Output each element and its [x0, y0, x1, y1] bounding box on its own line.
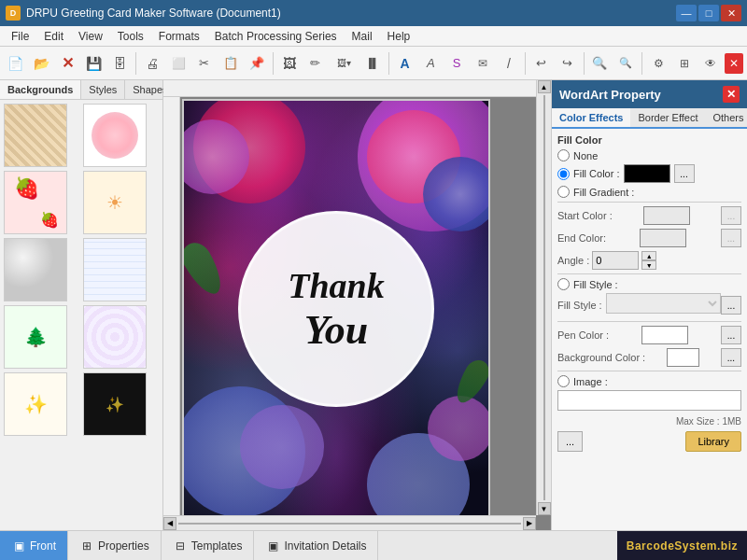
radio-fill-color[interactable] [557, 168, 570, 180]
toolbar-new[interactable]: 📄 [4, 50, 28, 77]
toolbar-print[interactable]: 🖨 [140, 50, 164, 77]
image-path-input[interactable] [557, 390, 741, 411]
toolbar-settings[interactable]: ⚙ [646, 50, 670, 77]
toolbar-copy[interactable]: 📋 [218, 50, 243, 77]
toolbar-line[interactable]: / [497, 50, 521, 77]
templates-icon: ⊟ [173, 539, 188, 553]
toolbar-save-as[interactable]: 🗄 [108, 50, 133, 77]
thumb-8[interactable] [83, 305, 147, 369]
tab-border-effect[interactable]: Border Effect [630, 108, 705, 127]
fill-style-browse-btn[interactable]: ... [721, 296, 741, 315]
canvas-scrollbar-horizontal[interactable]: ◀ ▶ [163, 515, 536, 530]
toolbar-redo[interactable]: ↪ [556, 50, 580, 77]
status-front[interactable]: ▣ Front [0, 531, 68, 560]
toolbar: 📄 📂 ✕ 💾 🗄 🖨 ⬜ ✂ 📋 📌 🖼 ✏ 🖼▾ ▐▌ A A S ✉ / … [0, 47, 747, 80]
tab-color-effects[interactable]: Color Effects [552, 108, 630, 129]
fill-style-select[interactable] [606, 293, 721, 314]
maximize-button[interactable]: □ [698, 5, 719, 21]
toolbar-arrow-drop[interactable]: 🖼▾ [329, 50, 358, 77]
panel-close-button[interactable]: ✕ [723, 86, 740, 103]
toolbar-wordart[interactable]: S [444, 50, 469, 77]
toolbar-zoom-in[interactable]: 🔍 [587, 50, 612, 77]
radio-fill-gradient-label: Fill Gradient : [573, 187, 634, 198]
toolbar-open[interactable]: 📂 [30, 50, 54, 77]
thumb-10[interactable]: ✨ [83, 372, 147, 436]
status-properties[interactable]: ⊞ Properties [68, 531, 162, 560]
title-bar: D DRPU Greeting Card Maker Software (Doc… [0, 0, 747, 26]
thumb-9[interactable]: ✨ [4, 372, 67, 436]
spin-down[interactable]: ▼ [641, 260, 656, 270]
toolbar-color[interactable]: ✕ [725, 53, 743, 74]
library-button[interactable]: Library [685, 431, 741, 452]
canvas-scrollbar-vertical[interactable]: ▲ ▼ [536, 80, 551, 515]
panel-header: WordArt Property ✕ [552, 80, 747, 108]
card-canvas[interactable]: Thank You [182, 99, 490, 519]
radio-fill-style[interactable] [557, 278, 570, 290]
panel-title: WordArt Property [559, 88, 661, 102]
thumb-2[interactable] [83, 104, 147, 167]
menu-batch[interactable]: Batch Processing Series [207, 28, 345, 45]
menu-edit[interactable]: Edit [36, 28, 71, 45]
pen-color-swatch[interactable] [641, 326, 688, 344]
toolbar-zoom-out[interactable]: 🔍 [613, 50, 638, 77]
end-color-browse-btn[interactable]: ... [721, 229, 741, 247]
status-templates[interactable]: ⊟ Templates [162, 531, 255, 560]
thumbnails-scroll[interactable]: 🍓 🍓 ☀ 🌲 [0, 100, 162, 530]
toolbar-text2[interactable]: A [418, 50, 443, 77]
fill-color-section-label: Fill Color [557, 134, 741, 146]
radio-image[interactable] [557, 375, 570, 387]
toolbar-paste[interactable]: 📌 [245, 50, 269, 77]
scroll-down-arrow[interactable]: ▼ [538, 502, 551, 515]
toolbar-envelope[interactable]: ✉ [471, 50, 495, 77]
scroll-up-arrow[interactable]: ▲ [538, 80, 551, 93]
toolbar-grid[interactable]: ⊞ [672, 50, 697, 77]
tab-backgrounds[interactable]: Backgrounds [0, 80, 81, 99]
image-browse-button[interactable]: ... [557, 431, 583, 452]
ruler-vertical [163, 97, 180, 515]
radio-fill-gradient[interactable] [557, 186, 570, 198]
scroll-left-arrow[interactable]: ◀ [163, 517, 176, 530]
menu-mail[interactable]: Mail [345, 28, 380, 45]
status-bar: ▣ Front ⊞ Properties ⊟ Templates ▣ Invit… [0, 530, 747, 560]
toolbar-image[interactable]: 🖼 [277, 50, 302, 77]
toolbar-save[interactable]: 💾 [82, 50, 106, 77]
angle-input[interactable] [592, 251, 639, 270]
radio-none[interactable] [557, 149, 570, 161]
fill-color-browse-btn[interactable]: ... [674, 164, 695, 183]
toolbar-text[interactable]: A [393, 50, 417, 77]
menu-tools[interactable]: Tools [110, 28, 151, 45]
tab-others[interactable]: Others [705, 108, 747, 127]
toolbar-cut[interactable]: ✂ [192, 50, 217, 77]
toolbar-close[interactable]: ✕ [56, 50, 80, 77]
scroll-right-arrow[interactable]: ▶ [523, 517, 536, 530]
scroll-thumb-v[interactable] [543, 95, 545, 500]
toolbar-print2[interactable]: ⬜ [166, 50, 190, 77]
radio-image-label: Image : [573, 376, 608, 387]
close-button[interactable]: ✕ [721, 5, 741, 21]
status-invitation[interactable]: ▣ Invitation Details [254, 531, 378, 560]
menu-file[interactable]: File [4, 28, 36, 45]
start-color-browse-btn[interactable]: ... [721, 206, 741, 225]
bg-color-swatch[interactable] [667, 348, 699, 367]
spin-up[interactable]: ▲ [641, 251, 656, 260]
thumb-6[interactable] [83, 238, 147, 301]
tab-styles[interactable]: Styles [81, 80, 125, 99]
thumb-1[interactable] [4, 104, 67, 167]
toolbar-barcode[interactable]: ▐▌ [360, 50, 385, 77]
bg-color-browse-btn[interactable]: ... [721, 348, 741, 367]
menu-formats[interactable]: Formats [151, 28, 207, 45]
toolbar-pen[interactable]: ✏ [303, 50, 327, 77]
thumb-3[interactable]: 🍓 🍓 [4, 171, 67, 234]
thumb-7[interactable]: 🌲 [4, 305, 67, 369]
fill-color-swatch[interactable] [624, 164, 670, 183]
menu-help[interactable]: Help [380, 28, 418, 45]
menu-view[interactable]: View [71, 28, 110, 45]
pen-color-browse-btn[interactable]: ... [721, 326, 741, 344]
thumb-4[interactable]: ☀ [83, 171, 147, 234]
property-content: Fill Color None Fill Color : ... Fill Gr… [552, 129, 747, 530]
thumb-5[interactable] [4, 238, 67, 301]
toolbar-undo[interactable]: ↩ [529, 50, 554, 77]
scroll-thumb-h[interactable] [178, 523, 521, 525]
minimize-button[interactable]: — [676, 5, 697, 21]
toolbar-eye[interactable]: 👁 [698, 50, 723, 77]
